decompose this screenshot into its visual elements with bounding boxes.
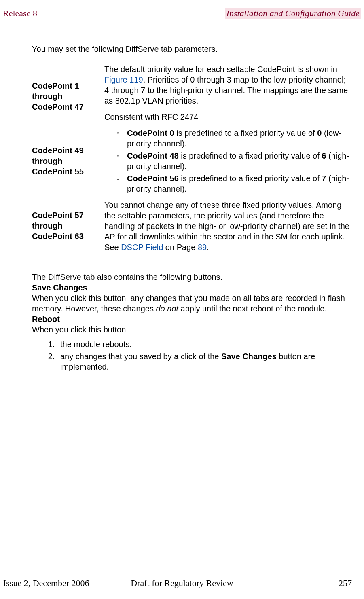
footer-draft-label: Draft for Regulatory Review [131,578,233,588]
codepoint-value: 6 [322,151,326,160]
codepoint-value: 7 [322,174,326,183]
figure-link[interactable]: Figure 119 [104,75,143,84]
list-item: CodePoint 0 is predefined to a fixed pri… [116,128,351,149]
codepoint-labels-column: CodePoint 1 through CodePoint 47 CodePoi… [32,60,97,262]
codepoint-range-2: CodePoint 49 through CodePoint 55 [32,145,93,177]
codepoint-name: CodePoint 48 [127,151,179,160]
page-header: Release 8 Installation and Configuration… [0,0,364,19]
codepoint-fixed-list: CodePoint 0 is predefined to a fixed pri… [104,128,351,194]
footer-page-number: 257 [339,578,352,588]
list-item: any changes that you saved by a click of… [57,351,351,372]
text: on Page [163,243,198,252]
reboot-steps: the module reboots. any changes that you… [32,339,351,372]
save-changes-body: When you click this button, any changes … [32,293,351,314]
page-link[interactable]: 89 [198,243,207,252]
codepoint-desc-p3: You cannot change any of these three fix… [104,200,351,252]
text: The default priority value for each sett… [104,65,337,74]
text: apply until the next reboot of the modul… [178,304,327,313]
codepoint-desc-p1: The default priority value for each sett… [104,64,351,106]
codepoint-desc-p2: Consistent with RFC 2474 [104,112,351,122]
page-footer: Issue 2, December 2006 Draft for Regulat… [0,578,364,588]
text: is predefined to a fixed priority value … [174,129,317,138]
save-changes-heading: Save Changes [32,282,351,293]
codepoint-description-column: The default priority value for each sett… [97,60,351,262]
buttons-intro: The DiffServe tab also contains the foll… [32,272,351,282]
footer-issue: Issue 2, December 2006 [3,578,89,588]
emphasis: do not [156,304,178,313]
codepoint-range-3: CodePoint 57 through CodePoint 63 [32,210,93,241]
text: any changes that you saved by a click of… [60,352,221,361]
text: is predefined to a fixed priority value … [179,174,322,183]
page-content: You may set the following DiffServe tab … [0,19,364,372]
text: . [207,243,209,252]
codepoint-name: CodePoint 56 [127,174,179,183]
codepoint-value: 0 [317,129,322,138]
intro-text: You may set the following DiffServe tab … [32,44,351,54]
list-item: the module reboots. [57,339,351,349]
dscp-link[interactable]: DSCP Field [121,243,163,252]
codepoint-table: CodePoint 1 through CodePoint 47 CodePoi… [32,60,351,262]
list-item: CodePoint 48 is predefined to a fixed pr… [116,150,351,171]
header-guide-title: Installation and Configuration Guide [225,8,361,19]
reboot-heading: Reboot [32,314,351,324]
button-name: Save Changes [221,352,277,361]
reboot-lead: When you click this button [32,324,351,335]
codepoint-name: CodePoint 0 [127,129,174,138]
codepoint-range-1: CodePoint 1 through CodePoint 47 [32,80,93,112]
text: is predefined to a fixed priority value … [179,151,322,160]
header-release: Release 8 [3,8,37,19]
list-item: CodePoint 56 is predefined to a fixed pr… [116,173,351,194]
